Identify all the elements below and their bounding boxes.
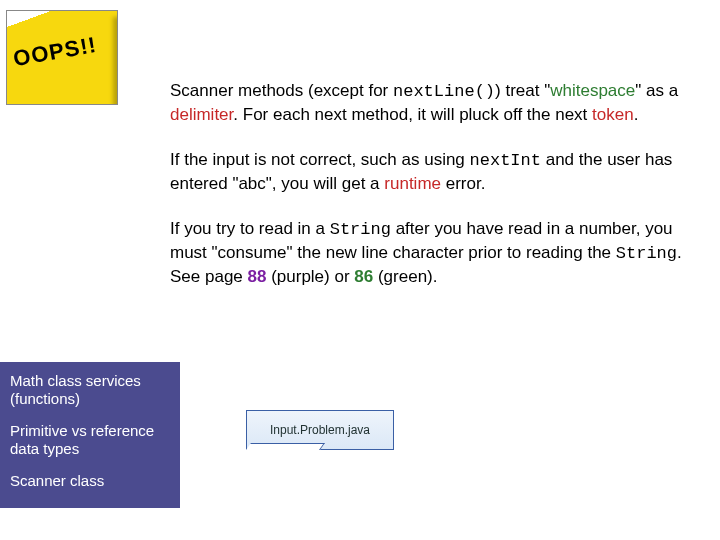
text: error. bbox=[441, 174, 485, 193]
code-nextline: nextLine() bbox=[393, 82, 495, 101]
highlight-whitespace: whitespace bbox=[550, 81, 635, 100]
text: . bbox=[634, 105, 639, 124]
text: (purple) or bbox=[266, 267, 354, 286]
highlight-delimiter: delimiter bbox=[170, 105, 233, 124]
oops-image: OOPS!! bbox=[6, 10, 118, 105]
text: " as a bbox=[635, 81, 678, 100]
code-nextint: nextInt bbox=[470, 151, 541, 170]
main-content: Scanner methods (except for nextLine()) … bbox=[170, 80, 708, 311]
paragraph-1: Scanner methods (except for nextLine()) … bbox=[170, 80, 708, 127]
sidebar-item-primitive[interactable]: Primitive vs reference data types bbox=[10, 422, 170, 458]
highlight-runtime: runtime bbox=[384, 174, 441, 193]
sidebar-item-scanner[interactable]: Scanner class bbox=[10, 472, 170, 490]
highlight-token: token bbox=[592, 105, 634, 124]
oops-image-text: OOPS!! bbox=[11, 32, 98, 72]
code-string-1: String bbox=[330, 220, 391, 239]
code-string-2: String bbox=[616, 244, 677, 263]
text: Scanner methods (except for bbox=[170, 81, 393, 100]
text: (green). bbox=[373, 267, 437, 286]
sidebar-item-math[interactable]: Math class services (functions) bbox=[10, 372, 170, 408]
page-88: 88 bbox=[248, 267, 267, 286]
sidebar: Math class services (functions) Primitiv… bbox=[0, 362, 180, 508]
text: If the input is not correct, such as usi… bbox=[170, 150, 470, 169]
text: . For each next method, it will pluck of… bbox=[233, 105, 592, 124]
paragraph-3: If you try to read in a String after you… bbox=[170, 218, 708, 289]
text: ) treat " bbox=[495, 81, 550, 100]
page-86: 86 bbox=[354, 267, 373, 286]
file-link-card[interactable]: Input.Problem.java bbox=[246, 410, 394, 450]
text: If you try to read in a bbox=[170, 219, 330, 238]
paragraph-2: If the input is not correct, such as usi… bbox=[170, 149, 708, 196]
file-link-label: Input.Problem.java bbox=[270, 423, 370, 437]
